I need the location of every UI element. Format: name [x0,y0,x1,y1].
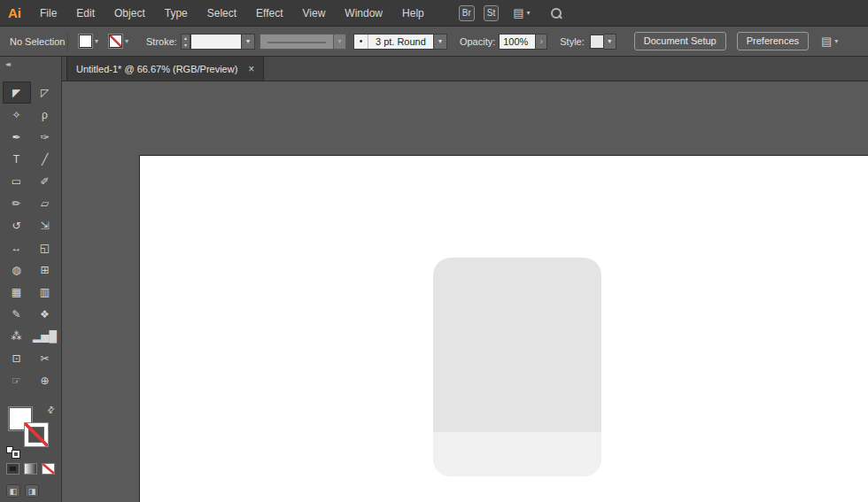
panel-options-button[interactable]: ▤ ▾ [821,35,838,47]
document-tab-bar: Untitled-1* @ 66.67% (RGB/Preview) × [62,57,868,81]
brush-dropdown-button[interactable]: ▾ [434,34,447,50]
scale-tool[interactable]: ⇲ [31,214,59,236]
color-mode-buttons [6,463,55,475]
chevron-down-icon: ▾ [526,10,530,17]
menu-select[interactable]: Select [198,0,246,26]
menu-items: FileEditObjectTypeSelectEffectViewWindow… [30,0,434,26]
stock-button[interactable]: St [484,5,499,21]
artboard[interactable] [139,155,868,502]
width-tool[interactable]: ↔ [3,236,31,259]
paintbrush-tool[interactable]: ✐ [31,170,59,192]
menu-object[interactable]: Object [105,0,155,26]
screen-mode-button[interactable]: ◨ [25,484,39,498]
chevron-down-icon[interactable]: ▾ [95,38,98,45]
mesh-tool[interactable]: ▦ [3,281,31,303]
close-icon[interactable]: × [248,63,254,75]
eyedropper-tool[interactable]: ✎ [3,303,31,325]
stroke-none-swatch[interactable] [109,35,122,48]
line-segment-tool[interactable]: ╱ [31,148,59,170]
illustrator-window: Ai FileEditObjectTypeSelectEffectViewWin… [0,0,868,502]
stroke-swatch[interactable] [25,423,48,446]
shape-builder-tool[interactable]: ◍ [3,259,31,281]
selection-status: No Selection [0,36,67,47]
document-tab-title: Untitled-1* @ 66.67% (RGB/Preview) [76,64,237,74]
direct-selection-tool[interactable]: ◸ [31,81,59,104]
preferences-button[interactable]: Preferences [737,32,809,50]
style-label[interactable]: Style: [560,36,585,47]
magic-wand-tool[interactable]: ✧ [3,104,31,126]
bridge-button[interactable]: Br [459,5,475,21]
menu-bar: Ai FileEditObjectTypeSelectEffectViewWin… [0,0,868,27]
tools-panel: ◂◂ ◤◸✧ρ✒✑T╱▭✐✏▱↺⇲↔◱◍⊞▦▥✎❖⁂▂▅█⊡✂☞⊕ ⇄ ◧ ◨ [0,57,62,502]
artboard-tool[interactable]: ⊡ [3,347,31,369]
rounded-rect-shape[interactable] [433,258,601,476]
control-bar: No Selection ▾ ▾ Stroke: ▴ ▾ ▾ ▾ • 3 pt.… [0,27,868,57]
slice-tool[interactable]: ✂ [31,347,59,369]
opacity-input[interactable] [499,34,536,50]
canvas-area[interactable] [62,81,868,502]
perspective-grid-tool[interactable]: ⊞ [31,259,59,281]
brush-value: 3 pt. Round [368,34,434,50]
fill-color-swatch[interactable] [79,35,92,48]
panel-options-icon: ▤ [821,35,832,47]
fill-color-dropdown[interactable]: ▾ [79,35,98,48]
tools-grid: ◤◸✧ρ✒✑T╱▭✐✏▱↺⇲↔◱◍⊞▦▥✎❖⁂▂▅█⊡✂☞⊕ [0,81,61,391]
document-setup-button[interactable]: Document Setup [634,32,726,50]
curvature-tool[interactable]: ✑ [31,126,59,148]
chevron-down-icon[interactable]: ▾ [604,34,616,50]
stroke-label[interactable]: Stroke: [146,36,177,47]
none-button[interactable] [42,463,55,475]
arrange-documents-icon: ▤ [513,7,523,19]
lasso-tool[interactable]: ρ [31,104,59,126]
brush-dot-icon: • [353,34,368,50]
document-tab[interactable]: Untitled-1* @ 66.67% (RGB/Preview) × [66,57,264,81]
selection-tool[interactable]: ◤ [3,81,31,104]
stepper-up-icon[interactable]: ▴ [182,35,190,42]
menu-type[interactable]: Type [155,0,198,26]
stroke-width-input[interactable] [190,34,242,50]
opacity-popout-button[interactable]: › [536,34,547,50]
gradient-button[interactable] [24,463,37,475]
menu-help[interactable]: Help [392,0,434,26]
pen-tool[interactable]: ✒ [3,126,31,148]
style-swatch[interactable] [590,35,604,49]
chevron-down-icon: ▾ [334,34,346,50]
pencil-tool[interactable]: ✏ [3,192,31,214]
menu-effect[interactable]: Effect [246,0,292,26]
rounded-rect-footer [433,432,601,476]
menu-view[interactable]: View [293,0,336,26]
gradient-tool[interactable]: ▥ [31,281,59,303]
opacity-label[interactable]: Opacity: [460,36,495,47]
swap-fill-stroke-icon[interactable]: ⇄ [44,404,57,416]
search-icon[interactable] [550,7,562,19]
stroke-width-stepper[interactable]: ▴ ▾ [181,34,190,50]
column-graph-tool[interactable]: ▂▅█ [31,325,59,347]
blend-tool[interactable]: ❖ [31,303,59,325]
menu-edit[interactable]: Edit [66,0,105,26]
default-fill-stroke-icon[interactable] [6,446,19,458]
rectangle-tool[interactable]: ▭ [3,170,31,192]
type-tool[interactable]: T [3,148,31,170]
chevron-down-icon[interactable]: ▾ [125,38,128,45]
menu-file[interactable]: File [30,0,66,26]
width-profile-dropdown: ▾ [260,34,346,50]
brush-definition-dropdown[interactable]: • 3 pt. Round ▾ [353,34,447,50]
menu-window[interactable]: Window [335,0,392,26]
arrange-documents-button[interactable]: ▤ ▾ [513,7,530,19]
zoom-tool[interactable]: ⊕ [31,369,59,391]
rotate-tool[interactable]: ↺ [3,214,31,236]
collapse-panel-button[interactable]: ◂◂ [0,57,61,74]
draw-mode-button[interactable]: ◧ [6,484,20,498]
app-logo: Ai [8,5,21,20]
default-stroke-square [12,451,19,458]
color-button[interactable] [6,463,19,475]
eraser-tool[interactable]: ▱ [31,192,59,214]
stroke-color-dropdown[interactable]: ▾ [109,35,128,48]
stepper-down-icon[interactable]: ▾ [182,42,190,49]
stroke-width-dropdown-button[interactable]: ▾ [242,34,255,50]
symbol-sprayer-tool[interactable]: ⁂ [3,325,31,347]
style-dropdown[interactable]: ▾ [590,34,616,50]
free-transform-tool[interactable]: ◱ [31,236,59,259]
hand-tool[interactable]: ☞ [3,369,31,391]
chevron-down-icon: ▾ [834,38,838,45]
